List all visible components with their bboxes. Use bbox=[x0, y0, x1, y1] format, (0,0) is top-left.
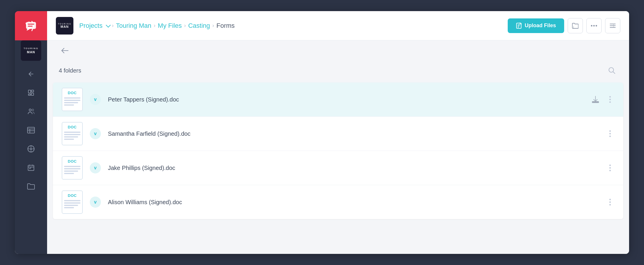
list-icon bbox=[609, 23, 616, 28]
doc-line bbox=[64, 202, 80, 204]
file-name: Peter Tappers (Signed).doc bbox=[108, 96, 590, 103]
doc-line bbox=[64, 100, 80, 101]
folder-view-button[interactable] bbox=[568, 18, 583, 33]
svg-point-43 bbox=[609, 130, 611, 132]
vertical-dots-icon bbox=[609, 198, 611, 206]
sidebar-item-media[interactable] bbox=[21, 140, 41, 157]
sidebar-item-folder[interactable] bbox=[21, 178, 41, 195]
table-row[interactable]: DOC v Alison Williams (Signed).doc bbox=[53, 185, 623, 219]
doc-line bbox=[64, 136, 78, 137]
content-area: 4 folders DOC bbox=[47, 40, 629, 254]
table-row[interactable]: DOC v Peter Tappers (Signed).doc bbox=[53, 82, 623, 117]
header-bar: TOURING MAN Projects › Touring Man › My … bbox=[47, 11, 629, 40]
sidebar-item-board[interactable] bbox=[21, 84, 41, 101]
table-row[interactable]: DOC v Jake Phillips (Signed).doc bbox=[53, 151, 623, 185]
more-options-button[interactable] bbox=[606, 128, 614, 139]
list-view-button[interactable] bbox=[605, 18, 620, 33]
file-actions bbox=[590, 94, 614, 105]
main-content: TOURING MAN Projects › Touring Man › My … bbox=[47, 11, 629, 254]
svg-point-50 bbox=[609, 202, 611, 203]
file-actions bbox=[606, 128, 614, 139]
version-badge: v bbox=[90, 197, 101, 208]
doc-line bbox=[64, 173, 74, 174]
svg-point-16 bbox=[30, 148, 32, 150]
sidebar-item-back[interactable] bbox=[21, 66, 41, 82]
header-project-logo: TOURING MAN bbox=[56, 17, 73, 35]
breadcrumb-sep-1: › bbox=[112, 23, 113, 29]
back-button[interactable] bbox=[59, 44, 71, 57]
doc-icon: DOC bbox=[62, 88, 83, 111]
vertical-dots-icon bbox=[609, 96, 611, 103]
file-name: Alison Williams (Signed).doc bbox=[108, 199, 606, 206]
svg-point-44 bbox=[609, 133, 611, 135]
back-arrow-icon bbox=[61, 48, 69, 54]
breadcrumb-touring-man[interactable]: Touring Man bbox=[116, 22, 151, 30]
folder-icon bbox=[572, 23, 578, 29]
svg-point-30 bbox=[591, 25, 593, 26]
doc-line bbox=[64, 104, 74, 106]
more-options-button[interactable] bbox=[586, 18, 602, 33]
doc-icon: DOC bbox=[62, 156, 83, 180]
sidebar-navigation bbox=[15, 61, 47, 199]
svg-rect-5 bbox=[28, 90, 31, 93]
vertical-dots-icon bbox=[609, 130, 611, 137]
svg-rect-2 bbox=[28, 24, 34, 25]
breadcrumb-projects[interactable]: Projects bbox=[79, 22, 109, 30]
breadcrumb-forms: Forms bbox=[216, 22, 235, 30]
more-icon bbox=[591, 25, 597, 27]
svg-point-37 bbox=[609, 68, 614, 72]
more-options-button[interactable] bbox=[606, 94, 614, 105]
breadcrumb-projects-chevron bbox=[106, 23, 111, 27]
content-header: 4 folders bbox=[47, 58, 629, 82]
file-actions bbox=[606, 197, 614, 208]
download-button[interactable] bbox=[590, 94, 601, 105]
search-button[interactable] bbox=[606, 65, 617, 76]
doc-line bbox=[64, 166, 80, 167]
file-list: DOC v Peter Tappers (Signed).doc bbox=[53, 82, 623, 219]
svg-point-49 bbox=[609, 199, 611, 200]
breadcrumb: Projects › Touring Man › My Files › Cast… bbox=[79, 22, 502, 30]
svg-point-51 bbox=[609, 204, 611, 206]
project-thumbnail[interactable]: TOURING MAN bbox=[21, 40, 41, 61]
svg-point-9 bbox=[29, 109, 31, 111]
svg-point-40 bbox=[609, 96, 611, 98]
breadcrumb-casting[interactable]: Casting bbox=[188, 22, 210, 30]
doc-line bbox=[64, 132, 80, 133]
version-badge: v bbox=[90, 162, 101, 173]
svg-point-45 bbox=[609, 136, 611, 137]
doc-line bbox=[64, 139, 74, 140]
doc-line bbox=[64, 207, 74, 208]
doc-line bbox=[64, 200, 80, 201]
svg-point-41 bbox=[609, 99, 611, 100]
app-logo[interactable] bbox=[15, 11, 47, 40]
vertical-dots-icon bbox=[609, 164, 611, 172]
folders-count: 4 folders bbox=[59, 67, 81, 74]
upload-files-button[interactable]: Upload Files bbox=[508, 18, 564, 33]
breadcrumb-sep-4: › bbox=[212, 23, 214, 29]
doc-icon: DOC bbox=[62, 190, 83, 214]
breadcrumb-sep-3: › bbox=[184, 23, 186, 29]
back-row bbox=[47, 40, 629, 58]
doc-line bbox=[64, 102, 78, 103]
svg-point-46 bbox=[609, 165, 611, 166]
table-row[interactable]: DOC v Samantha Farfield (Signed).doc bbox=[53, 117, 623, 151]
header-actions: Upload Files bbox=[508, 18, 620, 33]
breadcrumb-sep-2: › bbox=[154, 23, 156, 29]
more-options-button[interactable] bbox=[606, 197, 614, 208]
sidebar-item-table[interactable] bbox=[21, 122, 41, 139]
search-icon bbox=[608, 67, 616, 74]
doc-line bbox=[64, 97, 80, 99]
file-name: Jake Phillips (Signed).doc bbox=[108, 165, 606, 171]
svg-line-38 bbox=[613, 72, 615, 74]
sidebar-item-calendar[interactable] bbox=[21, 159, 41, 176]
file-name: Samantha Farfield (Signed).doc bbox=[108, 130, 606, 137]
svg-point-48 bbox=[609, 170, 611, 171]
file-actions bbox=[606, 162, 614, 173]
svg-rect-6 bbox=[31, 90, 34, 92]
doc-line bbox=[64, 168, 80, 169]
more-options-button[interactable] bbox=[606, 162, 614, 173]
svg-rect-7 bbox=[31, 93, 34, 95]
breadcrumb-my-files[interactable]: My Files bbox=[158, 22, 182, 30]
sidebar-item-people[interactable] bbox=[21, 103, 41, 120]
upload-icon bbox=[516, 23, 522, 29]
